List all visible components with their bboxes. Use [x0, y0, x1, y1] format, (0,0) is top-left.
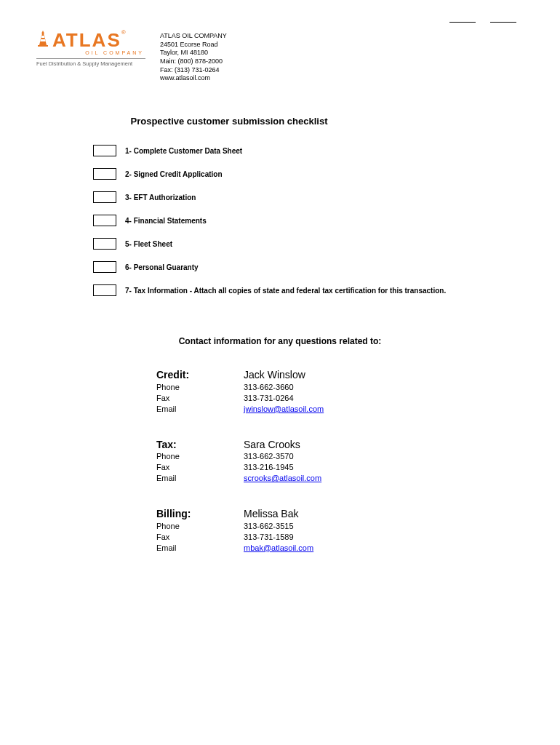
checklist: 1- Complete Customer Data Sheet 2- Signe…: [93, 145, 560, 296]
email-value: jwinslow@atlasoil.com: [244, 404, 324, 415]
checklist-text: 3- EFT Authorization: [125, 194, 196, 202]
oil-rig-icon: [36, 31, 49, 50]
dept-label: Billing:: [156, 507, 244, 521]
fax-label: Fax: [156, 532, 244, 543]
fax-number: Fax: (313) 731-0264: [160, 66, 227, 75]
checklist-item: 7- Tax Information - Attach all copies o…: [93, 284, 560, 296]
header-blank-lines: [449, 22, 516, 23]
dept-label: Tax:: [156, 438, 244, 452]
email-link[interactable]: jwinslow@atlasoil.com: [244, 405, 324, 413]
phone-value: 313-662-3515: [244, 521, 294, 532]
checkbox[interactable]: [93, 191, 116, 203]
checkbox[interactable]: [93, 284, 116, 296]
blank-line: [449, 22, 476, 23]
company-name: ATLAS OIL COMPANY: [160, 32, 227, 41]
checklist-item: 1- Complete Customer Data Sheet: [93, 145, 560, 156]
checklist-text: 2- Signed Credit Application: [125, 170, 223, 178]
email-value: scrooks@atlasoil.com: [244, 473, 321, 484]
email-label: Email: [156, 543, 244, 554]
contact-name: Jack Winslow: [244, 368, 305, 382]
phone-label: Phone: [156, 382, 244, 393]
contact-section-title: Contact information for any questions re…: [0, 336, 560, 346]
phone-label: Phone: [156, 521, 244, 532]
checklist-item: 3- EFT Authorization: [93, 191, 560, 203]
contact-name: Melissa Bak: [244, 507, 298, 521]
email-link[interactable]: scrooks@atlasoil.com: [244, 474, 321, 482]
dept-label: Credit:: [156, 368, 244, 382]
checklist-text: 4- Financial Statements: [125, 217, 207, 225]
contacts-section: Credit: Jack Winslow Phone 313-662-3660 …: [156, 368, 560, 553]
fax-value: 313-216-1945: [244, 462, 294, 473]
company-address: ATLAS OIL COMPANY 24501 Ecorse Road Tayl…: [160, 29, 227, 83]
address-line: Taylor, MI 48180: [160, 49, 227, 57]
main-phone: Main: (800) 878-2000: [160, 57, 227, 66]
registered-icon: ®: [121, 29, 126, 36]
checklist-item: 6- Personal Guaranty: [93, 261, 560, 273]
blank-line: [490, 22, 516, 23]
page-title: Prospective customer submission checklis…: [0, 116, 560, 127]
email-link[interactable]: mbak@atlasoil.com: [244, 543, 313, 552]
checkbox[interactable]: [93, 168, 116, 180]
checkbox[interactable]: [93, 145, 116, 156]
phone-value: 313-662-3660: [244, 382, 294, 393]
fax-label: Fax: [156, 462, 244, 473]
checklist-text: 6- Personal Guaranty: [125, 263, 199, 271]
contact-name: Sara Crooks: [244, 438, 300, 452]
company-logo: ATLAS® OIL COMPANY Fuel Distribution & S…: [36, 29, 145, 83]
checklist-item: 5- Fleet Sheet: [93, 238, 560, 250]
logo-text: ATLAS: [52, 29, 121, 51]
logo-tagline: Fuel Distribution & Supply Management: [36, 58, 145, 67]
phone-label: Phone: [156, 451, 244, 462]
address-line: 24501 Ecorse Road: [160, 41, 227, 49]
fax-value: 313-731-0264: [244, 393, 294, 404]
checkbox[interactable]: [93, 215, 116, 226]
checklist-item: 2- Signed Credit Application: [93, 168, 560, 180]
checklist-item: 4- Financial Statements: [93, 215, 560, 226]
fax-label: Fax: [156, 393, 244, 404]
website: www.atlasoil.com: [160, 74, 227, 83]
fax-value: 313-731-1589: [244, 532, 294, 543]
contact-block-credit: Credit: Jack Winslow Phone 313-662-3660 …: [156, 368, 560, 414]
contact-block-billing: Billing: Melissa Bak Phone 313-662-3515 …: [156, 507, 560, 553]
email-label: Email: [156, 404, 244, 415]
checklist-text: 1- Complete Customer Data Sheet: [125, 147, 242, 155]
document-header: ATLAS® OIL COMPANY Fuel Distribution & S…: [0, 0, 560, 83]
phone-value: 313-662-3570: [244, 451, 294, 462]
checkbox[interactable]: [93, 261, 116, 273]
contact-block-tax: Tax: Sara Crooks Phone 313-662-3570 Fax …: [156, 438, 560, 484]
checklist-text: 7- Tax Information - Attach all copies o…: [125, 287, 446, 295]
checkbox[interactable]: [93, 238, 116, 250]
email-value: mbak@atlasoil.com: [244, 543, 313, 554]
email-label: Email: [156, 473, 244, 484]
checklist-text: 5- Fleet Sheet: [125, 240, 172, 248]
